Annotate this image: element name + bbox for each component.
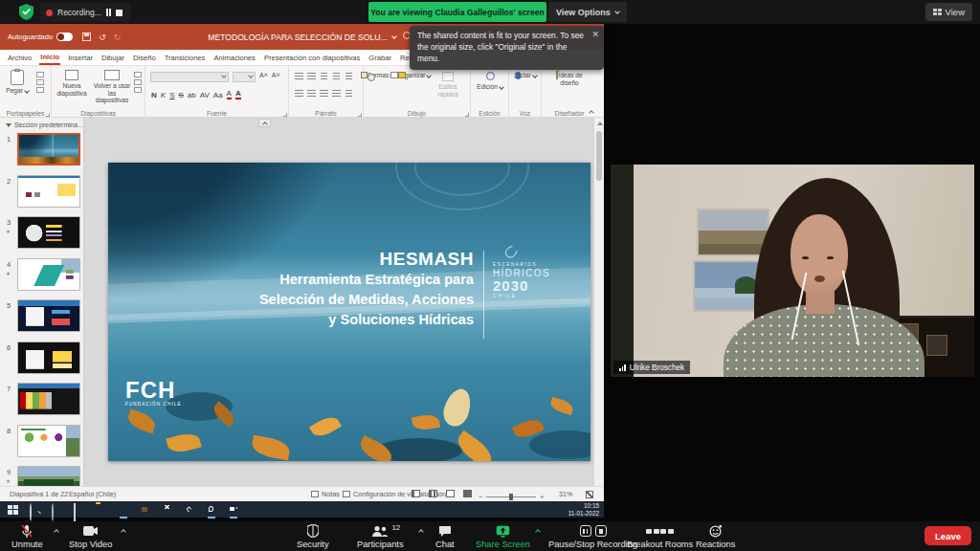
undo-icon[interactable]: ↺ [99, 33, 106, 42]
tab-insertar[interactable]: Insertar [67, 52, 94, 64]
dictate-button[interactable]: Dictar [511, 72, 540, 79]
strikethrough-icon[interactable]: S [178, 91, 183, 99]
unmute-button[interactable]: Unmute [11, 524, 43, 549]
grow-font-icon[interactable]: A˄ [259, 72, 268, 78]
stop-video-button[interactable]: Stop Video [69, 524, 112, 549]
indent-decrease-icon[interactable] [321, 73, 327, 80]
tab-archivo[interactable]: Archivo [7, 52, 33, 64]
chat-button[interactable]: Chat [435, 524, 455, 549]
slide-thumbnail[interactable] [17, 216, 80, 249]
section-header[interactable]: Sección predetermina... [6, 121, 83, 128]
unmute-options-icon[interactable] [54, 529, 59, 535]
slide-thumbnail-panel[interactable]: Sección predetermina... 1 2 3 ★ 4 ★ 5 6 … [0, 118, 84, 486]
line-spacing-icon[interactable] [345, 73, 352, 80]
slide-thumbnail[interactable] [17, 133, 80, 165]
current-slide[interactable]: HESMASH Herramienta Estratégica para Sel… [108, 163, 590, 461]
search-icon[interactable] [30, 504, 41, 516]
paste-button[interactable]: Pegar [4, 70, 31, 95]
taskbar-clock[interactable]: 10:15 11-01-2022 [568, 502, 599, 517]
slide-thumbnail[interactable] [17, 175, 80, 208]
slide-sorter-icon[interactable] [429, 490, 437, 497]
vertical-scrollbar[interactable] [593, 118, 604, 486]
dialog-launcher-icon[interactable] [358, 113, 362, 117]
normal-view-icon[interactable] [412, 490, 420, 497]
language-indicator[interactable]: Español (Chile) [69, 490, 116, 498]
task-view-icon[interactable] [74, 504, 85, 516]
justify-icon[interactable] [332, 90, 341, 98]
dialog-launcher-icon[interactable] [46, 113, 50, 117]
zoom-level[interactable]: 31% [559, 490, 572, 498]
mail-icon[interactable] [162, 504, 173, 516]
participant-video[interactable]: Ulrike Broschek [611, 165, 974, 377]
bold-icon[interactable]: N [151, 91, 157, 99]
align-center-icon[interactable] [307, 90, 316, 98]
edge-icon[interactable] [118, 504, 129, 516]
slide-title-block[interactable]: HESMASH Herramienta Estratégica para Sel… [259, 249, 474, 330]
slide-thumbnail[interactable] [17, 466, 80, 486]
close-icon[interactable]: ✕ [591, 29, 599, 41]
slide-thumbnail[interactable] [17, 342, 80, 374]
video-options-icon[interactable] [121, 529, 126, 535]
columns-icon[interactable] [345, 90, 352, 98]
breakout-rooms-button[interactable]: Breakout Rooms [627, 524, 693, 549]
zoom-slider[interactable]: − + [479, 493, 547, 501]
participants-options-icon[interactable] [418, 529, 424, 535]
design-ideas-button[interactable]: ✦ Ideas de diseño [547, 72, 591, 86]
numbering-icon[interactable] [307, 73, 316, 80]
zoom-in-icon[interactable]: + [540, 493, 544, 501]
arrange-button[interactable]: Organizar [397, 72, 432, 79]
align-left-icon[interactable] [295, 90, 303, 98]
shrink-font-icon[interactable]: A˅ [272, 72, 280, 78]
redo-icon[interactable]: ↻ [114, 33, 122, 42]
indent-increase-icon[interactable] [333, 73, 340, 80]
slideshow-icon[interactable] [463, 490, 472, 497]
font-size-select[interactable] [233, 72, 256, 82]
view-button[interactable]: View [925, 3, 972, 21]
slide-thumbnail[interactable] [17, 425, 80, 457]
italic-icon[interactable]: K [161, 91, 166, 99]
text-shadow-icon[interactable]: ab [188, 91, 196, 99]
start-icon[interactable] [8, 504, 19, 516]
zoom-track[interactable] [486, 496, 536, 497]
underline-icon[interactable]: S [169, 91, 174, 99]
reuse-slides-button[interactable]: Volver a usar las diapositivas [92, 70, 132, 104]
share-screen-button[interactable]: Share Screen [476, 524, 530, 549]
quick-styles-button[interactable]: Estilos rápidos [433, 72, 463, 98]
toggle-switch[interactable] [56, 33, 73, 41]
font-name-select[interactable] [150, 72, 229, 82]
change-case-icon[interactable]: Aa [213, 91, 223, 99]
new-slide-button[interactable]: Nueva diapositiva [54, 70, 90, 97]
align-right-icon[interactable] [320, 90, 328, 98]
tab-diseno[interactable]: Diseño [132, 52, 157, 64]
view-options-button[interactable]: View Options [548, 2, 627, 22]
tab-presentacion[interactable]: Presentación con diapositivas [263, 52, 361, 64]
share-options-icon[interactable] [535, 529, 541, 535]
file-explorer-icon[interactable] [96, 504, 107, 516]
participants-button[interactable]: 12 Participants [357, 524, 404, 549]
pause-stop-recording-button[interactable]: Pause/Stop Recording [548, 524, 637, 549]
tab-dibujar[interactable]: Dibujar [100, 52, 125, 64]
panel-splitter-handle[interactable] [258, 119, 271, 127]
zoom-app-icon[interactable] [228, 504, 239, 516]
cut-copy-painter-icons[interactable] [36, 72, 44, 93]
slide-thumbnail[interactable] [17, 258, 80, 291]
powerpoint-icon[interactable] [206, 504, 217, 516]
fit-to-window-icon[interactable] [586, 491, 593, 498]
pause-recording-icon[interactable] [106, 9, 112, 16]
security-shield-icon[interactable] [19, 4, 33, 20]
dialog-launcher-icon[interactable] [465, 113, 469, 117]
text-highlight-icon[interactable]: A [227, 89, 232, 99]
bullets-icon[interactable] [295, 73, 303, 80]
reading-view-icon[interactable] [446, 490, 455, 497]
cortana-icon[interactable] [52, 504, 63, 516]
slide-thumbnail[interactable] [17, 383, 80, 415]
dialog-launcher-icon[interactable] [283, 113, 287, 117]
security-button[interactable]: Security [297, 524, 329, 549]
notes-button[interactable]: Notas [311, 490, 340, 498]
zoom-out-icon[interactable]: − [479, 493, 482, 501]
tab-inicio[interactable]: Inicio [39, 51, 60, 65]
zoom-knob[interactable] [509, 494, 513, 500]
scrollbar-thumb[interactable] [596, 131, 602, 181]
leave-button[interactable]: Leave [924, 526, 971, 545]
stop-recording-icon[interactable] [116, 10, 122, 16]
